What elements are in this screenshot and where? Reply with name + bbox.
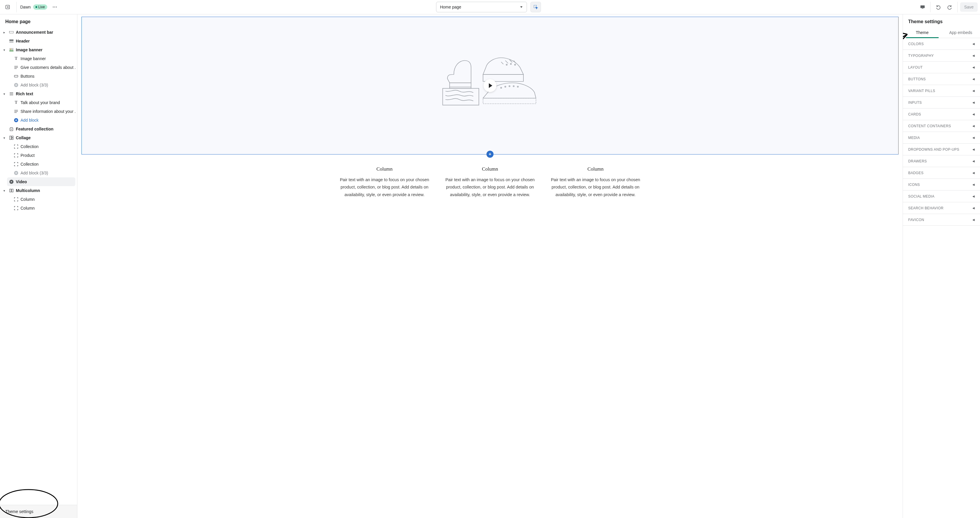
label: FAVICON (908, 218, 924, 222)
section-video[interactable]: Video (7, 177, 75, 186)
image-banner-icon (9, 47, 14, 53)
chevron-left-icon: ◀ (972, 171, 975, 174)
setting-dropdowns[interactable]: DROPDOWNS AND POP-UPS◀ (903, 143, 980, 155)
tab-app-embeds[interactable]: App embeds (942, 27, 980, 38)
section-image-banner[interactable]: ▾ Image banner (2, 45, 75, 54)
undo-button[interactable] (933, 2, 943, 12)
live-badge: Live (33, 5, 47, 10)
chevron-left-icon: ◀ (972, 194, 975, 198)
column-preview-2: Column Pair text with an image to focus … (443, 166, 537, 198)
setting-cards[interactable]: CARDS◀ (903, 108, 980, 120)
left-panel-footer: Theme settings (0, 505, 77, 518)
svg-point-39 (509, 86, 510, 87)
block-give-customers[interactable]: Give customers details about ... (12, 63, 75, 72)
label: DRAWERS (908, 159, 927, 163)
exit-button[interactable] (2, 2, 13, 12)
play-button[interactable] (484, 79, 496, 92)
more-button[interactable] (49, 2, 60, 12)
setting-inputs[interactable]: INPUTS◀ (903, 97, 980, 108)
add-section-button[interactable]: + (487, 151, 493, 158)
theme-settings-footer[interactable]: Theme settings (0, 505, 77, 518)
setting-favicon[interactable]: FAVICON◀ (903, 214, 980, 226)
label: Add block (3/3) (21, 171, 48, 175)
divider (930, 2, 931, 12)
chevron-left-icon: ◀ (972, 218, 975, 222)
undo-icon (935, 5, 941, 10)
label: CARDS (908, 112, 921, 116)
frame-icon (13, 197, 19, 202)
label: SEARCH BEHAVIOR (908, 206, 943, 210)
plus-circle-icon (13, 82, 19, 88)
block-collection-2[interactable]: Collection (12, 160, 75, 169)
svg-rect-7 (10, 31, 13, 33)
label: VARIANT PILLS (908, 89, 935, 93)
label: BADGES (908, 171, 923, 175)
label: Video (16, 179, 27, 184)
chevron-left-icon: ◀ (972, 66, 975, 69)
page-selector[interactable]: Home page (436, 2, 527, 12)
block-share-info[interactable]: Share information about your ... (12, 107, 75, 116)
section-featured-collection[interactable]: Featured collection (7, 124, 75, 133)
save-button[interactable]: Save (960, 2, 978, 12)
setting-content-containers[interactable]: CONTENT CONTAINERS◀ (903, 120, 980, 132)
multicolumn-preview: Column Pair text with an image to focus … (81, 155, 899, 210)
caret-down-icon (520, 5, 523, 9)
svg-rect-10 (10, 42, 13, 43)
svg-rect-31 (12, 189, 13, 192)
setting-icons[interactable]: ICONS◀ (903, 179, 980, 191)
setting-typography[interactable]: TYPOGRAPHY◀ (903, 50, 980, 62)
svg-rect-42 (443, 89, 479, 105)
svg-point-33 (506, 64, 507, 65)
inspector-button[interactable] (530, 2, 541, 12)
plus-circle-icon (13, 171, 19, 175)
setting-colors[interactable]: COLORS◀ (903, 38, 980, 50)
exit-icon (5, 5, 10, 10)
label: Product (21, 153, 35, 158)
chevron-left-icon: ◀ (972, 124, 975, 128)
setting-drawers[interactable]: DRAWERS◀ (903, 155, 980, 167)
page-selector-label: Home page (440, 5, 461, 10)
svg-point-2 (54, 7, 55, 8)
block-talk-about[interactable]: T Talk about your brand (12, 98, 75, 107)
setting-media[interactable]: MEDIA◀ (903, 132, 980, 143)
video-section-preview[interactable]: + (81, 17, 899, 155)
theme-name: Dawn (20, 5, 31, 10)
desktop-icon (920, 5, 925, 10)
block-collection-1[interactable]: Collection (12, 142, 75, 151)
add-block-link[interactable]: Add block (12, 116, 75, 124)
label: SOCIAL MEDIA (908, 194, 935, 198)
setting-badges[interactable]: BADGES◀ (903, 167, 980, 179)
paragraph-icon (13, 65, 19, 70)
desktop-view-button[interactable] (917, 2, 928, 12)
section-collage[interactable]: ▾ Collage (2, 133, 75, 142)
block-buttons[interactable]: Buttons (12, 72, 75, 81)
right-panel: Theme settings Theme App embeds COLORS◀ … (903, 14, 980, 518)
label: Talk about your brand (21, 100, 60, 105)
section-header[interactable]: Header (7, 37, 75, 45)
block-image-banner[interactable]: T Image banner (12, 54, 75, 63)
setting-social-media[interactable]: SOCIAL MEDIA◀ (903, 191, 980, 202)
section-announcement-bar[interactable]: ▸ Announcement bar (2, 28, 75, 37)
tab-theme[interactable]: Theme (903, 27, 942, 38)
block-column-1[interactable]: Column (12, 195, 75, 204)
redo-button[interactable] (945, 2, 955, 12)
chevron-left-icon: ◀ (972, 136, 975, 139)
setting-layout[interactable]: LAYOUT◀ (903, 62, 980, 73)
chevron-left-icon: ◀ (972, 89, 975, 92)
section-multicolumn[interactable]: ▾ Multicolumn (2, 186, 75, 195)
richtext-icon (9, 91, 14, 96)
section-rich-text[interactable]: ▾ Rich text (2, 89, 75, 98)
label: Give customers details about ... (21, 65, 75, 70)
label: BUTTONS (908, 77, 926, 81)
chevron-left-icon: ◀ (972, 77, 975, 81)
setting-variant-pills[interactable]: VARIANT PILLS◀ (903, 85, 980, 97)
svg-point-1 (53, 7, 54, 8)
setting-buttons[interactable]: BUTTONS◀ (903, 73, 980, 85)
right-panel-tabs: Theme App embeds (903, 27, 980, 38)
paragraph-icon (13, 109, 19, 114)
label: Collection (21, 144, 38, 149)
setting-search-behavior[interactable]: SEARCH BEHAVIOR◀ (903, 202, 980, 214)
block-product[interactable]: Product (12, 151, 75, 160)
section-tree: ▸ Announcement bar Header ▾ Image banner… (0, 28, 77, 505)
block-column-2[interactable]: Column (12, 204, 75, 212)
